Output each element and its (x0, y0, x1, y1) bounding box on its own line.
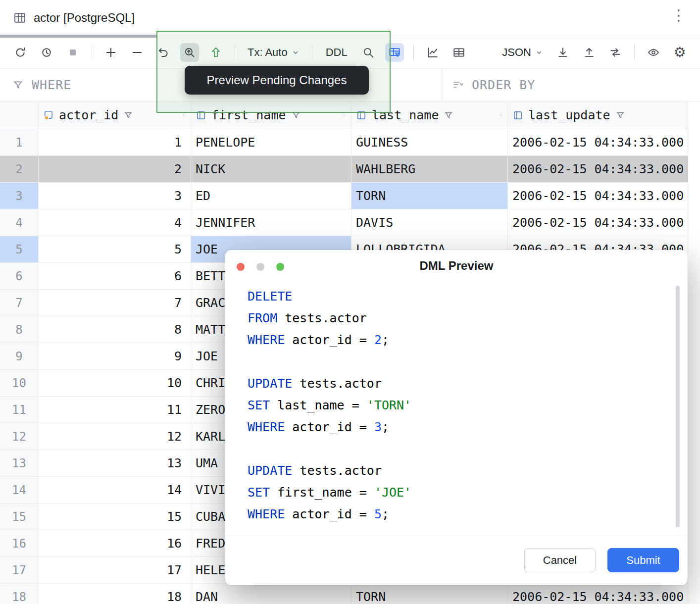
cell-last-name[interactable]: GUINESS (351, 129, 508, 156)
export-table-icon[interactable] (450, 43, 468, 62)
cell-actor-id[interactable]: 17 (39, 557, 191, 584)
row-number[interactable]: 8 (0, 316, 39, 343)
submit-button[interactable]: Submit (607, 548, 679, 572)
cell-first-name[interactable]: ED (191, 183, 351, 209)
row-number[interactable]: 10 (0, 370, 39, 397)
json-view-label: JSON (502, 46, 531, 59)
cell-actor-id[interactable]: 3 (39, 183, 191, 209)
dialog-scrollbar-thumb[interactable] (676, 286, 680, 527)
search-icon[interactable] (359, 43, 378, 62)
row-number[interactable]: 11 (0, 397, 39, 423)
sort-arrows-icon[interactable] (183, 109, 191, 121)
cell-first-name[interactable]: NICK (191, 156, 351, 183)
cell-actor-id[interactable]: 6 (39, 263, 191, 290)
cell-last-name[interactable]: WAHLBERG (351, 156, 508, 183)
cell-actor-id[interactable]: 16 (39, 530, 191, 557)
column-header-first-name[interactable]: first_name (191, 101, 351, 129)
row-number[interactable]: 18 (0, 584, 39, 604)
add-row-icon[interactable] (101, 43, 120, 62)
preview-pending-changes-icon[interactable] (180, 43, 199, 62)
gear-icon[interactable]: ⚙ (670, 43, 689, 62)
cell-last-update[interactable]: 2006-02-15 04:34:33.000 (508, 183, 688, 209)
code-line (248, 438, 660, 460)
chevron-down-icon (292, 49, 300, 56)
cell-actor-id[interactable]: 9 (39, 343, 191, 370)
cell-actor-id[interactable]: 14 (39, 477, 191, 503)
cell-actor-id[interactable]: 5 (39, 236, 191, 263)
chart-icon[interactable] (423, 43, 442, 62)
cancel-button[interactable]: Cancel (524, 548, 596, 572)
tx-mode-dropdown[interactable]: Tx: Auto (245, 46, 302, 59)
row-number[interactable]: 2 (0, 156, 39, 183)
column-header-last-name[interactable]: last_name (351, 101, 508, 129)
code-line: WHERE actor_id = 2; (248, 329, 660, 351)
scheduled-refresh-icon[interactable] (37, 43, 56, 62)
refresh-icon[interactable] (11, 43, 30, 62)
table-row[interactable]: 3 3 ED TORN 2006-02-15 04:34:33.000 (0, 183, 688, 209)
row-number[interactable]: 3 (0, 183, 39, 209)
table-row[interactable]: 1 1 PENELOPE GUINESS 2006-02-15 04:34:33… (0, 129, 688, 156)
cell-last-update[interactable]: 2006-02-15 04:34:33.000 (508, 156, 688, 183)
cell-actor-id[interactable]: 4 (39, 209, 191, 236)
sql-code[interactable]: DELETEFROM tests.actorWHERE actor_id = 2… (248, 286, 660, 530)
column-header-actor-id[interactable]: actor_id (39, 101, 191, 129)
row-number[interactable]: 9 (0, 343, 39, 370)
cell-actor-id[interactable]: 15 (39, 503, 191, 530)
sync-arrows-icon[interactable] (606, 43, 625, 62)
row-number[interactable]: 4 (0, 209, 39, 236)
cell-first-name[interactable]: JENNIFER (191, 209, 351, 236)
ddl-button[interactable]: DDL (322, 46, 351, 59)
submit-changes-icon[interactable] (206, 43, 225, 62)
row-number[interactable]: 15 (0, 503, 39, 530)
column-icon (196, 110, 206, 121)
cell-actor-id[interactable]: 8 (39, 316, 191, 343)
sort-arrows-icon[interactable] (500, 109, 507, 121)
cell-actor-id[interactable]: 10 (39, 370, 191, 397)
cell-actor-id[interactable]: 7 (39, 290, 191, 316)
table-row[interactable]: 4 4 JENNIFER DAVIS 2006-02-15 04:34:33.0… (0, 209, 688, 236)
download-icon[interactable] (553, 43, 572, 62)
row-number[interactable]: 6 (0, 263, 39, 290)
cell-actor-id[interactable]: 13 (39, 450, 191, 477)
revert-changes-icon[interactable] (154, 43, 173, 62)
row-number[interactable]: 1 (0, 129, 39, 156)
cell-actor-id[interactable]: 11 (39, 397, 191, 423)
table-row[interactable]: 18 18 DAN TORN 2006-02-15 04:34:33.000 (0, 584, 688, 604)
row-number[interactable]: 13 (0, 450, 39, 477)
filter-rows-icon[interactable] (385, 43, 404, 62)
cell-actor-id[interactable]: 18 (39, 584, 191, 604)
code-line: SET first_name = 'JOE' (248, 482, 660, 503)
cell-last-update[interactable]: 2006-02-15 04:34:33.000 (508, 584, 688, 604)
row-number[interactable]: 12 (0, 423, 39, 450)
cell-last-name[interactable]: TORN (351, 584, 508, 604)
order-by-field[interactable]: ORDER BY (442, 69, 700, 101)
row-number[interactable]: 5 (0, 236, 39, 263)
cell-actor-id[interactable]: 12 (39, 423, 191, 450)
table-row[interactable]: 2 2 NICK WAHLBERG 2006-02-15 04:34:33.00… (0, 156, 688, 183)
eye-icon[interactable] (644, 43, 663, 62)
filter-funnel-icon[interactable] (291, 110, 301, 120)
filter-funnel-icon[interactable] (615, 110, 625, 120)
cell-actor-id[interactable]: 2 (39, 156, 191, 183)
column-header-last-update[interactable]: last_update (508, 101, 688, 129)
cell-last-name[interactable]: DAVIS (351, 209, 508, 236)
filter-funnel-icon[interactable] (123, 110, 133, 120)
filter-funnel-icon[interactable] (444, 110, 453, 120)
cell-first-name[interactable]: PENELOPE (191, 129, 351, 156)
kebab-menu-icon[interactable]: ⋮ (671, 8, 686, 23)
delete-row-icon[interactable] (128, 43, 147, 62)
row-number[interactable]: 14 (0, 477, 39, 503)
cell-first-name[interactable]: DAN (191, 584, 351, 604)
sort-arrows-icon[interactable] (343, 109, 351, 121)
tab-actor-postgresql[interactable]: actor [PostgreSQL] (13, 11, 135, 25)
row-number[interactable]: 16 (0, 530, 39, 557)
row-number[interactable]: 17 (0, 557, 39, 584)
row-number[interactable]: 7 (0, 290, 39, 316)
json-view-dropdown[interactable]: JSON (499, 46, 546, 59)
dialog-titlebar: DML Preview (225, 250, 688, 279)
upload-icon[interactable] (580, 43, 599, 62)
cell-last-update[interactable]: 2006-02-15 04:34:33.000 (508, 129, 688, 156)
cell-actor-id[interactable]: 1 (39, 129, 191, 156)
cell-last-name[interactable]: TORN (351, 183, 508, 209)
cell-last-update[interactable]: 2006-02-15 04:34:33.000 (508, 209, 688, 236)
